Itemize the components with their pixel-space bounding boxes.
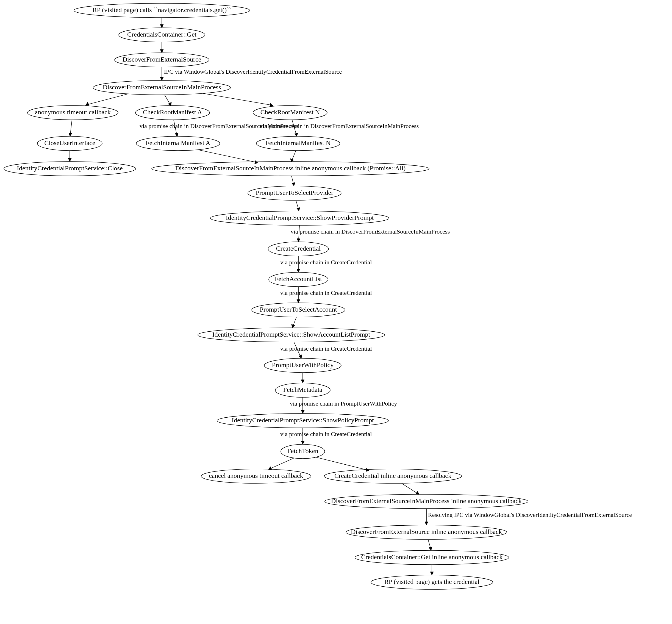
- node-label: PromptUserWithPolicy: [272, 361, 334, 368]
- diagram-node: anonymous timeout callback: [27, 105, 118, 120]
- edge: [160, 18, 163, 28]
- edge: [291, 176, 295, 186]
- edge: [290, 151, 296, 162]
- svg-marker-30: [160, 77, 163, 80]
- node-label: PromptUserToSelectProvider: [256, 189, 333, 196]
- edge-label: via promise chain in DiscoverFromExterna…: [260, 123, 419, 129]
- node-label: FetchAccountList: [275, 275, 322, 283]
- svg-marker-43: [297, 269, 300, 272]
- diagram-node: IdentityCredentialPromptService::ShowAcc…: [198, 328, 385, 342]
- edge: [291, 317, 296, 328]
- edge: [301, 372, 304, 383]
- node-label: anonymous timeout callback: [35, 108, 111, 116]
- svg-marker-48: [301, 410, 304, 414]
- edge: Resolving IPC via WindowGlobal's Discove…: [425, 509, 632, 525]
- node-label: FetchMetadata: [283, 386, 322, 393]
- diagram-node: DiscoverFromExternalSourceInMainProcess …: [152, 161, 429, 176]
- edge-label: via promise chain in CreateCredential: [280, 289, 372, 296]
- svg-marker-47: [301, 380, 304, 383]
- edge: via promise chain in DiscoverFromExterna…: [291, 225, 450, 242]
- node-label: DiscoverFromExternalSource: [123, 56, 201, 63]
- diagram-node: DiscoverFromExternalSource inline anonym…: [346, 525, 507, 539]
- svg-marker-36: [175, 133, 178, 136]
- node-label: FetchInternalManifest A: [146, 139, 210, 147]
- edge: via promise chain in CreateCredential: [280, 256, 372, 272]
- diagram-node: DiscoverFromExternalSourceInMainProcess …: [325, 494, 528, 509]
- diagram-node: RP (visited page) gets the credential: [371, 575, 493, 589]
- diagram-node: FetchToken: [281, 444, 325, 459]
- svg-marker-49: [301, 441, 304, 444]
- edge-label: IPC via WindowGlobal's DiscoverIdentityC…: [164, 68, 342, 75]
- edge-label: via promise chain in CreateCredential: [280, 431, 372, 437]
- node-label: cancel anonymous timeout callback: [209, 472, 303, 479]
- svg-marker-41: [297, 207, 300, 211]
- diagram-node: DiscoverFromExternalSourceInMainProcess: [93, 80, 231, 95]
- svg-marker-34: [69, 133, 72, 136]
- diagram-node: CreateCredential inline anonymous callba…: [324, 469, 462, 483]
- node-label: IdentityCredentialPromptService::ShowPol…: [232, 417, 374, 424]
- svg-marker-42: [297, 238, 300, 242]
- edge: [316, 457, 369, 471]
- edge: via promise chain in CreateCredential: [280, 342, 372, 358]
- edge: [69, 120, 72, 136]
- edge-label: via promise chain in PromptUserWithPolic…: [290, 400, 397, 407]
- node-label: IdentityCredentialPromptService::ShowPro…: [226, 214, 374, 221]
- node-label: DiscoverFromExternalSourceInMainProcess …: [175, 164, 406, 172]
- svg-marker-55: [430, 572, 434, 575]
- node-label: FetchToken: [287, 447, 318, 454]
- svg-marker-51: [366, 468, 369, 471]
- diagram-node: PromptUserToSelectProvider: [248, 186, 341, 200]
- diagram-node: CloseUserInterface: [37, 136, 102, 151]
- node-label: RP (visited page) gets the credential: [384, 578, 480, 585]
- node-label: CredentialsContainer::Get: [127, 31, 197, 38]
- svg-marker-40: [292, 182, 295, 186]
- diagram-node: RP (visited page) calls ``navigator.cred…: [74, 3, 250, 18]
- edge-label: via promise chain in CreateCredential: [280, 345, 372, 352]
- edge: via promise chain in CreateCredential: [280, 287, 372, 303]
- node-label: CreateCredential: [276, 245, 321, 252]
- svg-marker-45: [291, 324, 295, 328]
- edge: via promise chain in DiscoverFromExterna…: [260, 120, 419, 136]
- node-label: CheckRootManifest N: [260, 108, 320, 116]
- diagram-node: PromptUserToSelectAccount: [252, 303, 345, 317]
- svg-marker-37: [294, 133, 298, 136]
- node-label: DiscoverFromExternalSourceInMainProcess: [103, 83, 221, 91]
- edge-label: Resolving IPC via WindowGlobal's Discove…: [428, 511, 632, 518]
- edge-label: via promise chain in DiscoverFromExterna…: [291, 228, 450, 235]
- edge: [68, 151, 72, 161]
- edge: [160, 42, 163, 53]
- svg-marker-53: [425, 522, 428, 525]
- node-label: PromptUserToSelectAccount: [260, 306, 337, 313]
- diagram-node: FetchInternalManifest A: [136, 136, 220, 151]
- diagram-node: CredentialsContainer::Get inline anonymo…: [355, 550, 509, 565]
- diagram-node: IdentityCredentialPromptService::Close: [4, 161, 136, 176]
- edge: [430, 565, 434, 575]
- diagram-node: FetchInternalManifest N: [256, 136, 340, 151]
- diagram-node: FetchAccountList: [269, 272, 328, 287]
- diagram-node: DiscoverFromExternalSource: [114, 53, 209, 67]
- diagram-node: cancel anonymous timeout callback: [201, 469, 311, 483]
- svg-marker-52: [416, 491, 419, 495]
- svg-marker-29: [160, 49, 163, 53]
- node-label: DiscoverFromExternalSource inline anonym…: [351, 528, 502, 535]
- svg-marker-54: [429, 547, 432, 550]
- node-label: CheckRootManifest A: [143, 108, 202, 116]
- diagram-node: FetchMetadata: [275, 383, 330, 397]
- edge: [203, 94, 273, 107]
- node-label: CloseUserInterface: [44, 139, 95, 147]
- node-label: RP (visited page) calls ``navigator.cred…: [93, 6, 231, 14]
- diagram-node: CheckRootManifest N: [253, 105, 327, 120]
- svg-marker-31: [85, 102, 89, 105]
- diagram-node: IdentityCredentialPromptService::ShowPro…: [210, 211, 389, 225]
- edge: [164, 95, 172, 106]
- edge: [85, 94, 128, 105]
- node-label: IdentityCredentialPromptService::ShowAcc…: [212, 331, 370, 338]
- diagram-node: PromptUserWithPolicy: [264, 358, 341, 372]
- svg-marker-35: [68, 158, 72, 161]
- edge-label: via promise chain in CreateCredential: [280, 259, 372, 266]
- diagram-node: CreateCredential: [268, 242, 329, 256]
- svg-marker-44: [297, 300, 300, 303]
- edge: via promise chain in PromptUserWithPolic…: [290, 397, 397, 414]
- svg-marker-33: [270, 103, 273, 107]
- node-label: CredentialsContainer::Get inline anonymo…: [361, 553, 502, 561]
